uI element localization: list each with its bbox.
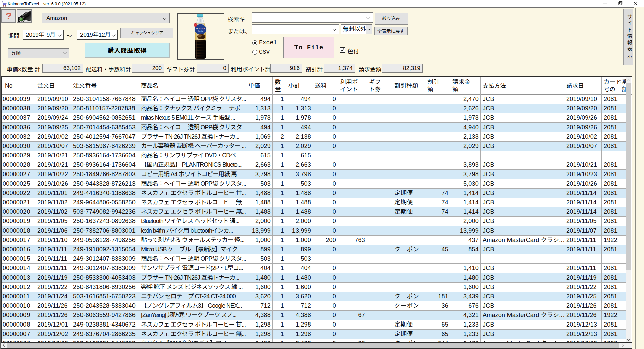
- svg-text:NESCAFE: NESCAFE: [196, 28, 206, 30]
- svg-text:Excella: Excella: [197, 30, 203, 32]
